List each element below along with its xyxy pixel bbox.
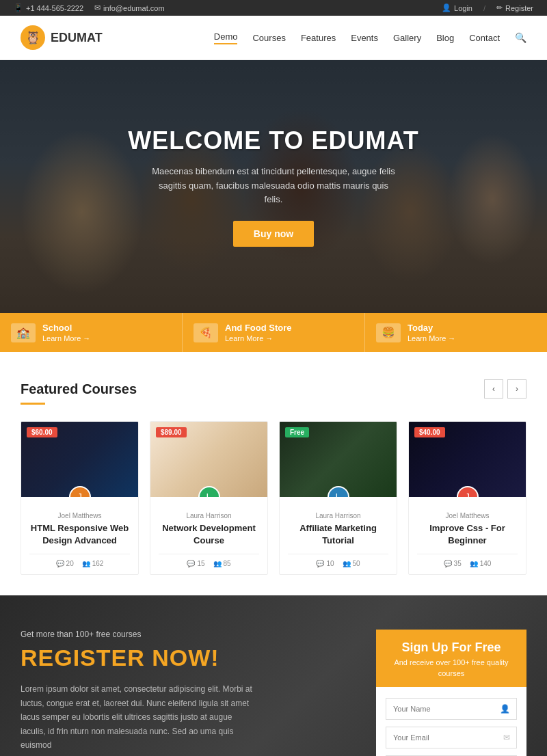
hero-title: WELCOME TO EDUMAT (128, 126, 419, 155)
phone-info: 📱 +1 444-565-2222 (14, 3, 83, 12)
search-icon[interactable]: 🔍 (515, 32, 526, 43)
category-food[interactable]: 🍕 And Food Store Learn More → (183, 313, 365, 352)
signup-subtitle: And receive over 100+ free quality cours… (387, 658, 516, 679)
person-icon: 👤 (500, 704, 510, 714)
instructor-name: Joel Matthews (417, 512, 518, 519)
featured-section: Featured Courses ‹ › $60.00 J Joel Matth… (0, 352, 547, 595)
name-input-wrap: 👤 (386, 698, 517, 720)
signup-header: Sign Up For Free And receive over 100+ f… (376, 630, 526, 687)
nav-arrows: ‹ › (484, 379, 526, 399)
logo-icon: 🦉 (21, 25, 45, 50)
course-title: Network Development Course (159, 522, 259, 547)
arrow-icon: → (265, 334, 273, 342)
course-card[interactable]: Free L Laura Harrison Affiliate Marketin… (279, 421, 397, 575)
course-card[interactable]: $89.00 L Laura Harrison Network Developm… (150, 421, 268, 575)
nav-blog[interactable]: Blog (436, 33, 454, 43)
email-input[interactable] (386, 727, 517, 748)
comment-icon: 💬 (187, 560, 195, 567)
price-badge: $40.00 (414, 427, 445, 437)
course-thumbnail: Free L (280, 422, 397, 497)
comment-icon: 💬 (316, 560, 324, 567)
email-input-wrap: ✉ (386, 727, 517, 748)
svg-text:🦉: 🦉 (25, 30, 41, 45)
price-badge: Free (285, 427, 309, 437)
nav-courses[interactable]: Courses (252, 33, 285, 43)
phone-icon: 📱 (14, 3, 23, 12)
hero-subtitle: Maecenas bibendum est at tincidunt pelle… (150, 165, 397, 207)
signup-title: Sign Up For Free (387, 640, 516, 655)
comment-count: 💬 15 (187, 560, 204, 567)
today-icon: 🍔 (376, 323, 401, 342)
category-school[interactable]: 🏫 School Learn More → (0, 313, 183, 352)
name-input[interactable] (386, 698, 517, 720)
course-card[interactable]: $40.00 J Joel Matthews Improve Css - For… (408, 421, 526, 575)
food-icon: 🍕 (194, 323, 218, 342)
arrow-icon: → (83, 334, 90, 342)
student-icon: 👥 (470, 560, 478, 567)
header: 🦉 EDUMAT Demo Courses Features Events Ga… (0, 16, 547, 60)
student-icon: 👥 (213, 560, 222, 567)
arrow-icon: → (448, 334, 455, 342)
comment-icon: 💬 (444, 560, 452, 567)
hero-content: WELCOME TO EDUMAT Maecenas bibendum est … (128, 126, 419, 247)
edit-icon: ✏ (496, 3, 503, 12)
nav-contact[interactable]: Contact (469, 33, 500, 43)
section-header: Featured Courses ‹ › (21, 379, 526, 399)
top-bar-left: 📱 +1 444-565-2222 ✉ info@edumat.com (14, 3, 165, 12)
course-thumbnail: $89.00 L (150, 422, 267, 497)
school-icon: 🏫 (11, 323, 36, 342)
course-body: Joel Matthews HTML Responsive Web Design… (21, 497, 138, 574)
comment-icon: 💬 (56, 560, 64, 567)
comment-count: 💬 20 (56, 560, 74, 567)
course-thumbnail: $40.00 J (409, 422, 526, 497)
student-count: 👥 140 (470, 560, 492, 567)
student-icon: 👥 (82, 560, 90, 567)
course-card[interactable]: $60.00 J Joel Matthews HTML Responsive W… (21, 421, 139, 575)
course-title: HTML Responsive Web Design Advanced (29, 522, 130, 547)
register-desc: Lorem ipsum dolor sit amet, consectetur … (21, 682, 253, 752)
instructor-name: Joel Matthews (29, 512, 130, 519)
student-icon: 👥 (343, 560, 351, 567)
register-link[interactable]: ✏ Register (496, 3, 533, 12)
user-icon: 👤 (442, 3, 451, 12)
comment-count: 💬 35 (444, 560, 462, 567)
next-arrow[interactable]: › (507, 379, 526, 399)
main-nav: Demo Courses Features Events Gallery Blo… (214, 31, 526, 44)
student-count: 👥 162 (82, 560, 104, 567)
register-tag: Get more than 100+ free courses (21, 630, 356, 639)
hero-cta-button[interactable]: Buy now (233, 221, 314, 247)
email-icon: ✉ (503, 733, 510, 742)
register-left: Get more than 100+ free courses REGISTER… (21, 630, 356, 756)
course-meta: 💬 10 👥 50 (288, 554, 388, 567)
course-thumbnail: $60.00 J (21, 422, 138, 497)
course-body: Joel Matthews Improve Css - For Beginner… (409, 497, 526, 574)
instructor-name: Laura Harrison (288, 512, 388, 519)
logo[interactable]: 🦉 EDUMAT (21, 25, 103, 50)
section-title: Featured Courses (21, 381, 137, 397)
nav-features[interactable]: Features (301, 33, 336, 43)
register-heading: REGISTER NOW! (21, 645, 356, 671)
course-title: Improve Css - For Beginner (417, 522, 518, 547)
signup-form: Sign Up For Free And receive over 100+ f… (376, 630, 526, 756)
nav-events[interactable]: Events (351, 33, 378, 43)
course-meta: 💬 15 👥 85 (159, 554, 259, 567)
course-body: Laura Harrison Affiliate Marketing Tutor… (280, 497, 397, 574)
prev-arrow[interactable]: ‹ (484, 379, 503, 399)
nav-gallery[interactable]: Gallery (393, 33, 421, 43)
signup-fields: 👤 ✉ 🔒 (376, 687, 526, 756)
course-meta: 💬 35 👥 140 (417, 554, 518, 567)
course-body: Laura Harrison Network Development Cours… (150, 497, 267, 574)
hero-section: WELCOME TO EDUMAT Maecenas bibendum est … (0, 60, 547, 313)
email-icon: ✉ (94, 3, 101, 12)
category-strip: 🏫 School Learn More → 🍕 And Food Store L… (0, 313, 547, 352)
price-badge: $89.00 (156, 427, 187, 437)
email-info: ✉ info@edumat.com (94, 3, 164, 12)
course-meta: 💬 20 👥 162 (29, 554, 130, 567)
nav-demo[interactable]: Demo (214, 31, 238, 44)
student-count: 👥 85 (213, 560, 231, 567)
courses-grid: $60.00 J Joel Matthews HTML Responsive W… (21, 421, 526, 575)
login-link[interactable]: 👤 Login (442, 3, 472, 12)
category-today[interactable]: 🍔 Today Learn More → (365, 313, 547, 352)
register-section: Get more than 100+ free courses REGISTER… (0, 595, 547, 756)
top-bar: 📱 +1 444-565-2222 ✉ info@edumat.com 👤 Lo… (0, 0, 547, 16)
